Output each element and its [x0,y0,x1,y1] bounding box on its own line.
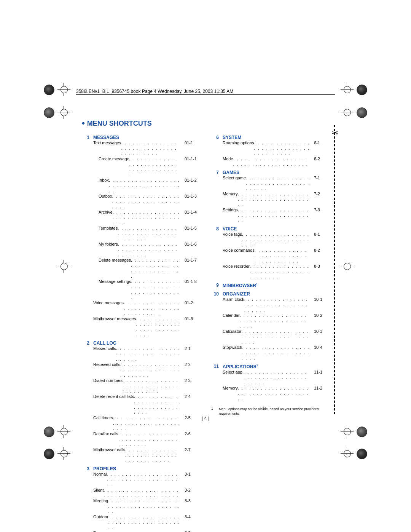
toc-item: Delete messages01-1-7 [99,257,200,279]
leader-dots [136,316,181,337]
leader-dots [240,313,310,329]
toc-item: Memory7-2 [223,191,329,207]
toc-item-code: 7-3 [310,207,329,223]
toc-item: Calendar10-2 [223,313,329,329]
section-title: VOICE [223,226,237,232]
toc-item: Outdoor3-4 [93,514,200,530]
toc-item: Dialed numbers2-3 [93,378,200,394]
toc-item-code: 2-6 [181,431,200,447]
page-title: Menu shortcuts [82,118,329,128]
section-header: 8VOICE [211,226,329,232]
toc-item: Voice messages01-2 [93,300,200,316]
toc-item: Inbox01-1-2 [99,177,200,193]
section-number: 11 [211,364,219,369]
toc-item: Memory11-2 [223,385,329,401]
toc-item: Voice commands8-2 [223,248,329,264]
section-title: CALL LOG [93,340,116,346]
leader-dots [113,209,181,225]
toc-item-code: 01-3 [181,316,200,337]
leader-dots [131,257,181,279]
toc-item-code: 3-4 [181,514,200,530]
toc-item-code: 6-1 [310,140,329,156]
crop-mark-icon [44,449,54,459]
footnote-marker: 1 [256,364,258,367]
toc-item-label: Select game [223,175,246,191]
toc-item: Archive01-1-4 [99,209,200,225]
toc-item-code: 6-2 [310,156,329,167]
toc-item-label: Inbox [99,177,109,193]
leader-dots [244,297,310,313]
leader-dots [242,329,310,345]
toc-item-code: 3-1 [181,471,200,487]
toc-item-code: 01-1 [181,140,200,156]
section-number: 6 [211,135,219,140]
toc-item: Received calls2-2 [93,362,200,378]
footnote: 1Menu options may not be visible, based … [211,407,329,416]
leader-dots [238,207,310,223]
section-title: PROFILES [93,466,116,471]
crosshair-icon [342,85,352,94]
crosshair-icon [342,261,352,271]
toc-item: Data/fax calls2-6 [93,431,200,447]
toc-item: Minibrowser messages01-3 [93,316,200,337]
toc-item-label: Outdoor [93,514,108,530]
crop-mark-icon [44,85,54,95]
section-number: 9 [211,283,219,288]
leader-dots [108,498,181,514]
crop-mark-icon [357,427,367,437]
leader-dots [120,362,181,378]
section-title: GAMES [223,170,239,175]
crosshair-icon [59,427,69,436]
toc-item-label: Received calls [93,362,120,378]
toc-item-label: Templates [99,225,118,241]
toc-item-label: Settings [223,207,238,223]
toc-item-code: 01-1-3 [181,193,200,209]
section-title: MINIBROWSER1 [223,283,258,288]
crop-mark-icon [357,85,367,95]
toc-item-label: Calculator [223,329,242,345]
toc-item-code: 10-2 [310,313,329,329]
toc-item-code: 11-1 [310,369,329,385]
toc-item-code: 3-2 [181,487,200,498]
toc-item-label: Minibrowser messages [93,316,136,337]
leader-dots [238,385,310,401]
toc-item-label: Message settings [99,279,131,300]
leader-dots [129,156,181,177]
toc-item-label: Voice tags [223,232,242,248]
toc-item: Alarm clock10-1 [223,297,329,313]
toc-item-code: 01-1-7 [181,257,200,279]
crosshair-icon [342,449,352,459]
section-header: 11APPLICATIONS1 [211,364,329,369]
leader-dots [123,378,181,394]
toc-item-label: Delete messages [99,257,131,279]
crosshair-icon [59,449,69,459]
leader-dots [104,530,181,532]
leader-dots [238,191,310,207]
section-header: 10ORGANIZER [211,291,329,297]
toc-item-label: Silent [93,487,104,498]
leader-dots [118,241,181,257]
toc-item-label: Minibrowser calls [93,447,125,463]
toc-item-label: Archive [99,209,113,225]
crop-mark-icon [357,107,367,118]
page: 3586i.ENv1_BIL_9356745.book Page 4 Wedne… [0,0,411,532]
section-header: 1MESSAGES [82,135,200,140]
toc-item-label: My folders [99,241,118,257]
header-metadata: 3586i.ENv1_BIL_9356745.book Page 4 Wedne… [76,89,335,94]
toc-item-label: Missed calls [93,346,116,362]
toc-item-label: Create message [99,156,129,177]
toc-item-label: Normal [93,471,107,487]
toc-item-code: 2-4 [181,394,200,415]
leader-dots [242,345,310,361]
toc-item: Outbox01-1-3 [99,193,200,209]
toc-item-code: 2-2 [181,362,200,378]
section-title: APPLICATIONS1 [223,364,258,369]
toc-item-label: Pager [93,530,104,532]
toc-item: Voice recorder8-3 [223,264,329,280]
toc-item-code: 8-1 [310,232,329,248]
leader-dots [131,279,181,300]
section-header: 7GAMES [211,170,329,175]
toc-item-label: Meeting [93,498,108,514]
footnote-marker: 1 [256,283,258,286]
leader-dots [109,177,181,193]
